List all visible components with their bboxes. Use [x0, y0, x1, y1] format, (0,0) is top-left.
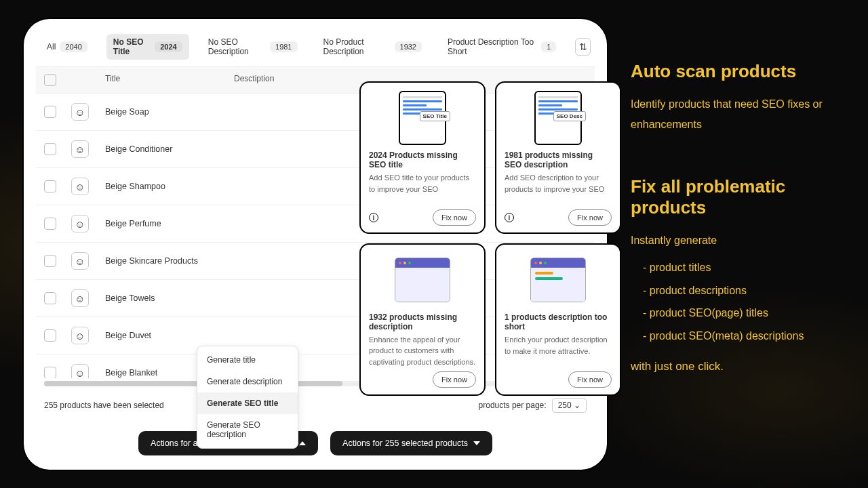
bullet: product SEO(page) titles: [643, 302, 854, 325]
card-seo-title: SEO Title 2024 Products missing SEO titl…: [359, 81, 486, 234]
col-title: Title: [105, 74, 234, 86]
select-all-checkbox[interactable]: [44, 74, 56, 86]
card-prod-desc: 1932 products missing description Enhanc…: [359, 243, 486, 396]
menu-generate-description[interactable]: Generate description: [197, 371, 298, 392]
product-thumb-icon: ☺: [71, 289, 89, 307]
tab-all[interactable]: All2040: [40, 38, 94, 56]
row-checkbox[interactable]: [44, 180, 56, 192]
tab-no-seo-title[interactable]: No SEO Title2024: [106, 34, 189, 60]
fix-now-button[interactable]: Fix now: [568, 209, 612, 226]
sort-icon[interactable]: ⇅: [575, 38, 591, 56]
card-desc: Enhance the appeal of your product to cu…: [369, 334, 476, 368]
menu-generate-seo-title[interactable]: Generate SEO title: [197, 392, 298, 414]
row-checkbox[interactable]: [44, 292, 56, 304]
tab-no-seo-desc[interactable]: No SEO Description1981: [201, 34, 304, 60]
row-checkbox[interactable]: [44, 106, 56, 118]
caret-down-icon: [473, 441, 480, 445]
actions-dropdown: Generate title Generate description Gene…: [197, 346, 298, 449]
promo-closing: with just one click.: [631, 356, 854, 378]
phone-icon: SEO Title: [399, 91, 446, 145]
product-thumb-icon: ☺: [71, 252, 89, 270]
card-desc-short: 1 products description too short Enrich …: [495, 243, 621, 396]
promo-heading-1: Auto scan products: [631, 61, 854, 82]
card-desc: Enrich your product description to make …: [505, 334, 612, 367]
card-title: 1981 products missing SEO description: [505, 150, 612, 169]
bullet: product titles: [643, 256, 854, 279]
card-desc: Add SEO description to your products to …: [505, 172, 612, 205]
perpage-label: products per page:: [479, 401, 547, 410]
browser-icon: [395, 258, 450, 302]
selection-count: 255 products have been selected: [44, 401, 164, 410]
chevron-down-icon: ⌄: [574, 401, 580, 410]
product-thumb-icon: ☺: [71, 103, 89, 121]
promo-lead: Instantly generate: [631, 230, 854, 251]
tab-no-prod-desc[interactable]: No Product Description1932: [317, 34, 429, 60]
product-thumb-icon: ☺: [71, 140, 89, 158]
product-thumb-icon: ☺: [71, 327, 89, 344]
perpage-select[interactable]: 250 ⌄: [552, 398, 587, 413]
phone-icon: SEO Desc: [534, 91, 582, 145]
row-checkbox[interactable]: [44, 367, 56, 378]
card-seo-desc: SEO Desc 1981 products missing SEO descr…: [495, 81, 621, 234]
bullet: product SEO(meta) descriptions: [643, 325, 854, 348]
menu-generate-seo-description[interactable]: Generate SEO description: [197, 414, 298, 445]
card-title: 1 products description too short: [505, 312, 612, 331]
promo-heading-2: Fix all problematic products: [631, 176, 854, 218]
product-thumb-icon: ☺: [71, 178, 89, 195]
bullet: product descriptions: [643, 279, 854, 302]
product-thumb-icon: ☺: [71, 215, 89, 232]
card-title: 2024 Products missing SEO title: [369, 150, 476, 169]
info-icon[interactable]: i: [505, 213, 514, 222]
menu-generate-title[interactable]: Generate title: [197, 349, 298, 371]
caret-up-icon: [299, 441, 306, 445]
fix-now-button[interactable]: Fix now: [568, 371, 612, 388]
promo-paragraph-1: Identify products that need SEO fixes or…: [631, 94, 854, 136]
row-checkbox[interactable]: [44, 329, 56, 342]
promo-text: Auto scan products Identify products tha…: [631, 61, 854, 405]
row-checkbox[interactable]: [44, 255, 56, 267]
row-checkbox[interactable]: [44, 143, 56, 155]
tab-desc-short[interactable]: Product Description Too Short1: [441, 34, 563, 60]
filter-tabs: All2040 No SEO Title2024 No SEO Descript…: [36, 34, 595, 66]
card-desc: Add SEO title to your products to improv…: [369, 172, 476, 205]
row-checkbox[interactable]: [44, 218, 56, 230]
browser-icon: [530, 258, 586, 302]
fix-now-button[interactable]: Fix now: [433, 209, 476, 226]
info-icon[interactable]: i: [369, 213, 378, 222]
product-thumb-icon: ☺: [71, 364, 89, 378]
card-title: 1932 products missing description: [369, 312, 476, 331]
actions-selected-button[interactable]: Actions for 255 selected products: [330, 431, 492, 455]
fix-cards: SEO Title 2024 Products missing SEO titl…: [359, 81, 621, 396]
promo-bullets: product titles product descriptions prod…: [631, 256, 854, 347]
fix-now-button[interactable]: Fix now: [433, 371, 476, 388]
bulk-actions: Actions for all "No SEO Title" products …: [36, 431, 595, 455]
